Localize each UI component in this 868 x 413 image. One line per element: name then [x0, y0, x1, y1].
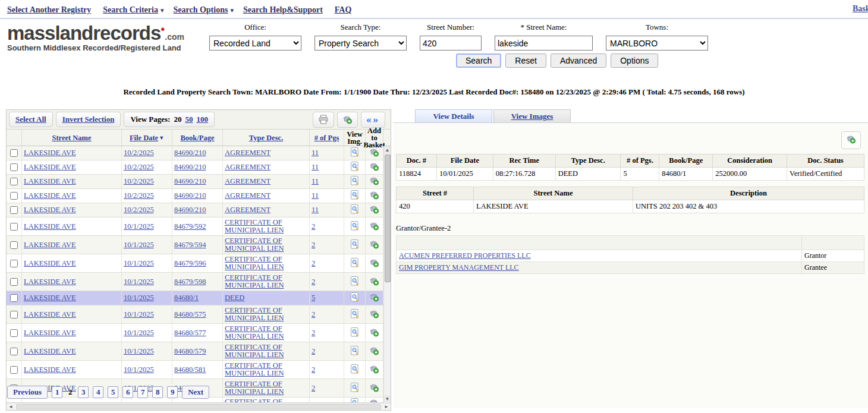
add-to-basket-icon[interactable]	[369, 276, 379, 288]
pages-link[interactable]: 11	[312, 178, 319, 185]
pages-link[interactable]: 2	[312, 384, 315, 392]
row-checkbox[interactable]	[10, 178, 18, 185]
scroll-right-icon[interactable]: ►	[382, 403, 391, 411]
invert-selection-button[interactable]: Invert Selection	[62, 115, 115, 124]
type-desc-link[interactable]: CERTIFICATE OF MUNICIPAL LIEN	[225, 307, 307, 322]
row-checkbox[interactable]	[10, 223, 18, 231]
pages-link[interactable]: 2	[312, 241, 315, 249]
book-page-link[interactable]: 84690/210	[174, 206, 206, 214]
view-image-icon[interactable]	[350, 364, 359, 376]
nav-search-options[interactable]: Search Options	[173, 5, 228, 14]
view-image-icon[interactable]	[350, 147, 359, 159]
details-add-to-basket-button[interactable]	[841, 131, 861, 149]
vertical-scroll-thumb[interactable]	[385, 155, 391, 282]
street-link[interactable]: LAKESIDE AVE	[24, 163, 76, 171]
pages-link[interactable]: 2	[312, 311, 315, 319]
book-page-link[interactable]: 84679/598	[174, 278, 206, 286]
street-link[interactable]: LAKESIDE AVE	[24, 278, 76, 286]
select-all-button[interactable]: Select All	[15, 115, 46, 124]
page-size-50[interactable]: 50	[185, 115, 193, 124]
file-date-link[interactable]: 10/1/2025	[124, 348, 154, 355]
file-date-link[interactable]: 10/2/2025	[124, 149, 154, 157]
page-size-100[interactable]: 100	[196, 115, 208, 124]
add-to-basket-icon[interactable]	[369, 204, 379, 216]
row-checkbox[interactable]	[10, 366, 18, 374]
book-page-link[interactable]: 84679/594	[174, 241, 206, 249]
file-date-link[interactable]: 10/1/2025	[124, 311, 154, 319]
book-page-link[interactable]: 84680/1	[174, 294, 199, 302]
street-link[interactable]: LAKESIDE AVE	[24, 241, 76, 249]
table-row[interactable]: LAKESIDE AVE 10/1/2025 84680/579 CERTIFI…	[7, 342, 383, 361]
pagination-page-button[interactable]: 3	[78, 386, 89, 398]
add-to-basket-icon[interactable]	[369, 147, 379, 159]
view-image-icon[interactable]	[350, 398, 359, 403]
pagination-page-button[interactable]: 7	[137, 386, 148, 398]
add-to-basket-icon[interactable]	[369, 258, 379, 269]
add-to-basket-icon[interactable]	[369, 239, 379, 251]
pages-link[interactable]: 2	[312, 260, 315, 267]
scroll-down-icon[interactable]: ▼	[384, 395, 391, 403]
pages-link[interactable]: 11	[312, 206, 319, 214]
view-image-icon[interactable]	[350, 239, 359, 251]
nav-faq[interactable]: FAQ	[335, 5, 352, 14]
pages-link[interactable]: 2	[312, 223, 315, 231]
book-page-link[interactable]: 84680/581	[174, 366, 206, 374]
pages-link[interactable]: 2	[312, 348, 315, 355]
table-row[interactable]: LAKESIDE AVE 10/1/2025 84680/577 CERTIFI…	[7, 324, 383, 342]
add-to-basket-icon[interactable]	[369, 309, 379, 320]
pagination-page-button[interactable]: 6	[122, 386, 133, 398]
book-page-link[interactable]: 84679/592	[174, 223, 206, 231]
add-page-to-basket-button[interactable]	[337, 112, 358, 128]
type-desc-link[interactable]: CERTIFICATE OF MUNICIPAL LIEN	[225, 325, 307, 341]
nav-search-help-support[interactable]: Search Help&Support	[243, 5, 323, 14]
file-date-link[interactable]: 10/2/2025	[124, 192, 154, 200]
table-row[interactable]: LAKESIDE AVE 10/2/2025 84690/210 AGREEME…	[7, 160, 383, 175]
file-date-link[interactable]: 10/2/2025	[124, 163, 154, 171]
view-image-icon[interactable]	[350, 309, 359, 320]
street-link[interactable]: LAKESIDE AVE	[24, 192, 76, 200]
pages-link[interactable]: 11	[312, 149, 319, 157]
file-date-link[interactable]: 10/1/2025	[124, 260, 154, 267]
street-link[interactable]: LAKESIDE AVE	[24, 311, 76, 319]
row-checkbox[interactable]	[10, 311, 18, 319]
pagination-page-button[interactable]: 1	[52, 386, 62, 398]
row-checkbox[interactable]	[10, 348, 18, 355]
street-number-input[interactable]	[420, 36, 482, 51]
add-to-basket-icon[interactable]	[369, 176, 379, 187]
add-to-basket-icon[interactable]	[369, 162, 379, 173]
col-num-pages[interactable]: # of Pgs	[315, 134, 339, 141]
horizontal-scroll-thumb[interactable]	[16, 404, 381, 409]
type-desc-link[interactable]: CERTIFICATE OF MUNICIPAL LIEN	[225, 256, 307, 271]
type-desc-link[interactable]: CERTIFICATE OF MUNICIPAL LIEN	[225, 219, 307, 234]
view-image-icon[interactable]	[350, 221, 359, 232]
pages-link[interactable]: 11	[312, 192, 319, 200]
col-street-name[interactable]: Street Name	[52, 134, 91, 141]
street-link[interactable]: LAKESIDE AVE	[24, 178, 76, 185]
options-button[interactable]: Options	[611, 53, 658, 68]
vertical-scrollbar[interactable]: ▲ ▼	[383, 146, 391, 403]
type-desc-link[interactable]: CERTIFICATE OF MUNICIPAL LIEN	[225, 380, 307, 396]
row-checkbox[interactable]	[10, 241, 18, 249]
add-to-basket-icon[interactable]	[369, 383, 379, 394]
table-row[interactable]: LAKESIDE AVE 10/1/2025 84680/1 DEED 5	[7, 291, 383, 305]
book-page-link[interactable]: 84680/577	[174, 329, 206, 337]
next-page-button[interactable]: Next	[182, 386, 209, 399]
type-desc-link[interactable]: AGREEMENT	[225, 163, 271, 171]
nav-search-criteria[interactable]: Search Criteria	[103, 5, 158, 14]
add-to-basket-icon[interactable]	[369, 221, 379, 232]
table-row[interactable]: LAKESIDE AVE 10/1/2025 84679/592 CERTIFI…	[7, 217, 383, 236]
add-to-basket-icon[interactable]	[369, 190, 379, 201]
pages-link[interactable]: 2	[312, 366, 315, 374]
type-desc-link[interactable]: AGREEMENT	[225, 206, 271, 214]
street-link[interactable]: LAKESIDE AVE	[24, 149, 76, 157]
type-desc-link[interactable]: AGREEMENT	[225, 178, 271, 185]
search-button[interactable]: Search	[456, 53, 501, 68]
type-desc-link[interactable]: CERTIFICATE OF MUNICIPAL LIEN	[225, 274, 307, 289]
view-image-icon[interactable]	[350, 292, 359, 304]
file-date-link[interactable]: 10/1/2025	[124, 278, 154, 286]
view-image-icon[interactable]	[350, 327, 359, 339]
col-file-date[interactable]: File Date	[130, 134, 158, 141]
type-desc-link[interactable]: CERTIFICATE OF MUNICIPAL LIEN	[225, 343, 307, 359]
book-page-link[interactable]: 84690/210	[174, 192, 206, 200]
grantee-name-link[interactable]: GIM PROPERTY MANAGEMENT LLC	[399, 263, 519, 272]
